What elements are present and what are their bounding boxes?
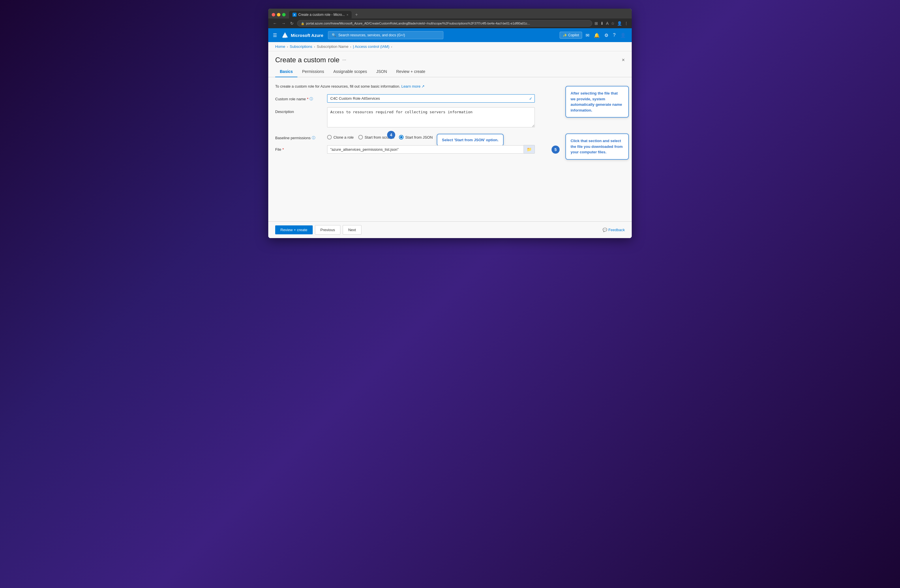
tab-close-button[interactable]: × bbox=[346, 13, 348, 16]
learn-more-link[interactable]: Learn more ↗ bbox=[401, 84, 425, 88]
back-button[interactable]: ← bbox=[272, 20, 278, 26]
baseline-permissions-label: Baseline permissions ⓘ bbox=[275, 133, 327, 140]
new-tab-button[interactable]: + bbox=[353, 11, 360, 19]
breadcrumb-sep-4: › bbox=[391, 45, 392, 48]
azure-logo-text: Microsoft Azure bbox=[291, 33, 323, 38]
browser-toolbar: ← → ↻ 🔒 portal.azure.com/#view/Microsoft… bbox=[268, 19, 632, 28]
copilot-label: Copilot bbox=[568, 33, 579, 37]
extensions-icon[interactable]: ⊞ bbox=[594, 21, 598, 26]
download-icon[interactable]: ⬇ bbox=[600, 21, 604, 26]
custom-role-name-info-icon[interactable]: ⓘ bbox=[310, 97, 313, 101]
radio-json-circle bbox=[399, 135, 403, 139]
tab-favicon: A bbox=[293, 13, 296, 17]
custom-role-name-row: Custom role name * ⓘ ✓ bbox=[275, 94, 535, 103]
file-control: 📁 bbox=[327, 145, 535, 154]
azure-logo-icon bbox=[282, 32, 289, 39]
input-check-icon: ✓ bbox=[529, 96, 532, 101]
custom-role-name-control: ✓ bbox=[327, 94, 535, 103]
tab-json[interactable]: JSON bbox=[372, 66, 391, 77]
settings-icon[interactable]: ⚙ bbox=[603, 31, 610, 39]
feedback-button[interactable]: 💬 Feedback bbox=[603, 228, 625, 232]
azure-logo: Microsoft Azure bbox=[282, 32, 323, 39]
close-traffic-light[interactable] bbox=[272, 13, 275, 16]
baseline-permissions-row: Baseline permissions ⓘ Clone a role Star… bbox=[275, 133, 535, 140]
review-create-button[interactable]: Review + create bbox=[275, 225, 313, 234]
azure-header: ☰ Microsoft Azure 🔍 ✨ Copilot ✉ 🔔 ⚙ ? 👤 bbox=[268, 28, 632, 42]
breadcrumb-iam[interactable]: | Access control (IAM) bbox=[353, 44, 389, 49]
more-icon[interactable]: ⋮ bbox=[624, 21, 628, 26]
translate-icon[interactable]: A bbox=[606, 21, 609, 26]
file-row: File * 📁 5 bbox=[275, 145, 535, 154]
page-title: Create a custom role bbox=[275, 56, 340, 64]
description-label: Description bbox=[275, 107, 327, 114]
breadcrumb-subscriptions[interactable]: Subscriptions bbox=[290, 44, 312, 49]
required-star: * bbox=[307, 97, 308, 101]
traffic-lights bbox=[272, 13, 286, 16]
step-badge-4: 4 bbox=[387, 131, 395, 139]
form-desc-text: To create a custom role for Azure resour… bbox=[275, 84, 400, 88]
browser-tab-active[interactable]: A Create a custom role - Micro... × bbox=[289, 11, 352, 19]
page-menu-icon[interactable]: ··· bbox=[342, 57, 346, 63]
tab-permissions[interactable]: Permissions bbox=[297, 66, 329, 77]
description-control: Access to resources required for collect… bbox=[327, 107, 535, 128]
tooltip-select-json: Select 'Start from JSON' option. bbox=[437, 134, 504, 146]
tab-review-create[interactable]: Review + create bbox=[392, 66, 430, 77]
forward-button[interactable]: → bbox=[280, 20, 287, 26]
address-bar[interactable]: 🔒 portal.azure.com/#view/Microsoft_Azure… bbox=[297, 20, 592, 26]
profile-icon[interactable]: 👤 bbox=[617, 21, 622, 26]
main-content: Create a custom role ··· × Basics Permis… bbox=[268, 51, 632, 238]
breadcrumb: Home › Subscriptions › Subscription Name… bbox=[268, 42, 632, 51]
copilot-button[interactable]: ✨ Copilot bbox=[560, 32, 582, 39]
notification-icon[interactable]: 🔔 bbox=[593, 31, 601, 39]
feedback-label: Feedback bbox=[608, 228, 625, 232]
step-badge-5: 5 bbox=[552, 145, 560, 154]
azure-search-box[interactable]: 🔍 bbox=[328, 31, 443, 39]
file-label: File * bbox=[275, 145, 327, 152]
custom-role-name-input-wrapper: ✓ bbox=[327, 94, 535, 103]
page-header: Create a custom role ··· × bbox=[268, 51, 632, 66]
feedback-icon: 💬 bbox=[603, 228, 607, 232]
description-textarea[interactable]: Access to resources required for collect… bbox=[327, 107, 535, 127]
search-input[interactable] bbox=[338, 33, 440, 37]
tooltip-auto-generate: After selecting the file that we provide… bbox=[565, 86, 629, 118]
minimize-traffic-light[interactable] bbox=[277, 13, 280, 16]
radio-clone-label: Clone a role bbox=[334, 135, 354, 139]
breadcrumb-sep-3: › bbox=[350, 45, 351, 48]
radio-json[interactable]: Start from JSON bbox=[399, 135, 433, 139]
tooltip-file-section: Click that section and select the file y… bbox=[565, 133, 629, 160]
baseline-permissions-info-icon[interactable]: ⓘ bbox=[312, 135, 315, 140]
breadcrumb-sep-2: › bbox=[314, 45, 315, 48]
mail-icon[interactable]: ✉ bbox=[584, 31, 590, 39]
maximize-traffic-light[interactable] bbox=[282, 13, 286, 16]
tab-assignable-scopes[interactable]: Assignable scopes bbox=[329, 66, 372, 77]
file-required-star: * bbox=[282, 147, 284, 152]
help-icon[interactable]: ? bbox=[612, 31, 617, 39]
file-browse-button[interactable]: 📁 bbox=[524, 145, 535, 154]
toolbar-icons: ⊞ ⬇ A ☆ 👤 ⋮ bbox=[594, 21, 628, 26]
file-input-row: 📁 bbox=[327, 145, 535, 154]
next-button[interactable]: Next bbox=[343, 225, 362, 235]
radio-clone-circle bbox=[327, 135, 332, 139]
previous-button[interactable]: Previous bbox=[315, 225, 341, 235]
lock-icon: 🔒 bbox=[301, 22, 304, 25]
tabs-bar: Basics Permissions Assignable scopes JSO… bbox=[268, 66, 632, 77]
radio-scratch-circle bbox=[358, 135, 363, 139]
close-button[interactable]: × bbox=[622, 57, 625, 63]
breadcrumb-home[interactable]: Home bbox=[275, 44, 285, 49]
breadcrumb-subscription-name: Subscription Name bbox=[317, 44, 348, 49]
tab-basics[interactable]: Basics bbox=[275, 66, 297, 77]
header-actions: ✨ Copilot ✉ 🔔 ⚙ ? 👤 bbox=[560, 31, 627, 39]
refresh-button[interactable]: ↻ bbox=[289, 20, 295, 26]
radio-json-label: Start from JSON bbox=[405, 135, 433, 139]
custom-role-name-input[interactable] bbox=[327, 94, 535, 103]
bottom-bar: Review + create Previous Next 💬 Feedback bbox=[268, 221, 632, 238]
breadcrumb-sep-1: › bbox=[287, 45, 288, 48]
bookmark-icon[interactable]: ☆ bbox=[611, 21, 615, 26]
tab-title: Create a custom role - Micro... bbox=[298, 13, 345, 17]
user-icon[interactable]: 👤 bbox=[619, 31, 627, 39]
url-text: portal.azure.com/#view/Microsoft_Azure_A… bbox=[306, 22, 530, 25]
hamburger-menu[interactable]: ☰ bbox=[273, 32, 277, 38]
file-text-input[interactable] bbox=[327, 145, 524, 154]
radio-clone[interactable]: Clone a role bbox=[327, 135, 354, 139]
form-area: To create a custom role for Azure resour… bbox=[268, 77, 632, 221]
